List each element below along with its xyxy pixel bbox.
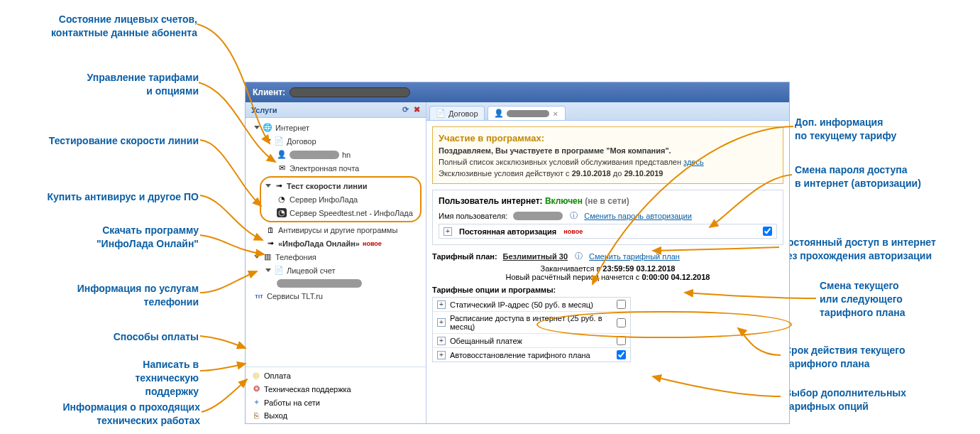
promo-here-link[interactable]: здесь [683,158,704,166]
twisty-icon[interactable] [254,255,260,259]
globe-icon: 🌐 [263,123,272,132]
close-icon[interactable]: × [552,109,559,118]
expand-icon[interactable] [437,318,446,327]
promo-line2: Полный список эксклюзивных условий обслу… [439,158,777,166]
twisty-icon[interactable] [254,126,260,129]
promo-line1: Поздравляем, Вы участвуете в программе "… [439,146,777,155]
titlebar: Клиент: [246,82,789,102]
user-icon: 👤 [277,150,287,159]
app-window: Клиент: Услуги ⟳ ✖ 🌐 Интернет 📄 [245,82,790,424]
calendar-icon: 🗓 [265,226,275,234]
promo-line3: Эксклюзивные условия действуют с 29.10.2… [439,169,777,178]
twisty-icon[interactable] [265,139,271,143]
expand-icon[interactable] [437,300,446,309]
expand-icon[interactable] [444,227,452,236]
callout-passchange: Смена пароля доступав интернет (авториза… [795,163,972,190]
mail-icon: ✉ [277,163,287,173]
change-password-link[interactable]: Сменить пароль авторизации [584,212,692,220]
perm-auth-checkbox[interactable] [763,227,772,236]
titlebar-client-masked [290,87,410,97]
opt-row[interactable]: Обещанный платеж [433,333,630,347]
new-badge: новое [563,228,583,235]
callout-tariffs: Управление тарифамии опциями [50,71,199,98]
user-section-title: Пользователь интернет: Включен (не в сет… [439,196,777,206]
tree-speed-srv2[interactable]: ◔ Сервер Speedtest.net - ИнфоЛада [263,206,419,219]
opt-checkbox[interactable] [617,350,626,359]
tree-infolada-online[interactable]: ➟ «ИнфоЛада Онлайн» новое [251,237,426,250]
lifebuoy-icon: ❂ [251,384,261,394]
speed-icon: ➟ [274,181,284,190]
twisty-icon[interactable] [265,184,271,188]
callout-balance: Состояние лицевых счетов,контактные данн… [6,13,197,40]
tree-telephony[interactable]: ▥ Телефония [251,250,426,264]
tree-email[interactable]: ✉ Электронная почта [251,161,426,175]
link-support[interactable]: ❂ Техническая поддержка [251,382,420,396]
user-section: Пользователь интернет: Включен (не в сет… [432,190,783,245]
tab-contract[interactable]: 📄 Договор [429,106,485,120]
info-icon[interactable]: ⓘ [573,251,583,261]
speed-box: ➟ Тест скорости линии ◔ Сервер ИнфоЛада … [260,176,422,222]
callout-speedtest: Тестирование скорости линии [3,134,199,148]
tariff-section: Тарифный план: Безлимитный 30 ⓘ Сменить … [432,251,783,362]
tree-contract[interactable]: 📄 Договор [251,134,426,148]
perm-auth-row: Постоянная авторизация новое [439,224,777,239]
info-icon[interactable]: ⓘ [568,210,578,221]
tree-user[interactable]: 👤 hn [251,148,426,161]
callout-permauth: Постоянный доступ в интернетбез прохожде… [781,236,979,263]
new-badge: новое [363,240,382,247]
tree-speed-srv1[interactable]: ◔ Сервер ИнфоЛада [263,192,419,206]
close-pane-icon[interactable]: ✖ [414,105,420,114]
callout-download: Скачать программу"ИнфоЛада Онлайн" [57,224,199,251]
twisty-icon[interactable] [265,268,271,272]
tree-antivirus[interactable]: 🗓 Антивирусы и другие программы [251,224,426,237]
expand-icon[interactable] [437,337,446,345]
services-header: Услуги ⟳ ✖ [246,102,426,118]
services-tree: 🌐 Интернет 📄 Договор 👤 hn ✉ Электронная … [246,118,426,367]
opt-row[interactable]: Статический IP-адрес (50 руб. в месяц) [433,298,630,311]
right-pane: 📄 Договор 👤 × Участие в программах: Позд… [426,102,789,423]
opt-checkbox[interactable] [617,336,626,345]
document-icon: 📄 [274,266,284,275]
change-tariff-link[interactable]: Сменить тарифный план [589,252,680,261]
titlebar-label: Клиент: [253,82,285,102]
tariff-ends: Заканчивается в 23:59:59 03.12.2018 [432,264,783,273]
callout-antivirus: Купить антивирус и другое ПО [4,190,199,204]
tree-speed-header[interactable]: ➟ Тест скорости линии [263,179,419,192]
gauge-icon: ◔ [277,195,287,204]
callout-telephony: Информация по услугамтелефонии [28,282,199,309]
tree-internet[interactable]: 🌐 Интернет [251,121,426,134]
document-icon: 📄 [436,109,446,118]
callout-tariff-info: Доп. информацияпо текущему тарифу [795,116,972,143]
refresh-icon[interactable]: ⟳ [402,105,409,114]
tree-account-masked[interactable] [251,277,426,290]
callout-changeplan: Смена текущегоили следующеготарифного пл… [820,279,976,320]
link-pay[interactable]: ◎ Оплата [251,369,420,382]
tab-user[interactable]: 👤 × [488,106,566,120]
callout-validity: Срок действия текущеготарифного плана [784,344,976,371]
link-works[interactable]: ✦ Работы на сети [251,396,420,409]
opt-row[interactable]: Расписание доступа в интернет (25 руб. в… [433,311,630,333]
opt-row[interactable]: Автовосстановление тарифного плана [433,347,630,362]
expand-icon[interactable] [437,351,446,359]
account-masked [277,279,362,288]
tlt-icon: тιт [254,293,264,300]
tariff-name-link[interactable]: Безлимитный 30 [503,252,568,261]
tabs: 📄 Договор 👤 × [426,102,789,121]
document-icon: 📄 [274,136,284,146]
link-exit[interactable]: ⎘ Выход [251,409,420,422]
lower-links: ◎ Оплата ❂ Техническая поддержка ✦ Работ… [246,367,426,423]
services-title: Услуги [251,106,277,114]
opt-checkbox[interactable] [617,318,626,327]
callout-maint: Информация о проходящихтехнических работ… [9,401,200,428]
arrow-icon: ➟ [265,239,275,248]
tariff-options: Статический IP-адрес (50 руб. в месяц) Р… [432,297,631,362]
tariff-next: Новый расчётный период начнется с 0:00:0… [432,273,783,281]
tree-account[interactable]: 📄 Лицевой счет [251,264,426,277]
opt-checkbox[interactable] [617,300,626,309]
content: Участие в программах: Поздравляем, Вы уч… [426,121,789,423]
left-pane: Услуги ⟳ ✖ 🌐 Интернет 📄 Договор [246,102,426,423]
username-masked [513,212,563,220]
tab-user-masked [507,110,549,117]
tree-tlt[interactable]: тιт Сервисы TLT.ru [251,290,426,303]
callout-payment: Способы оплаты [71,330,199,344]
